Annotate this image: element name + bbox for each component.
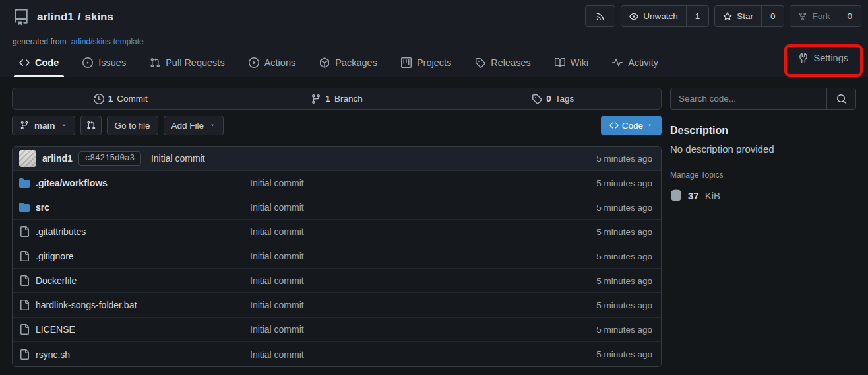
repo-header: arlind1 / skins generated from arlind/sk… (0, 0, 868, 77)
commit-message[interactable]: Initial commit (151, 153, 205, 164)
star-label: Star (737, 11, 753, 21)
table-row[interactable]: src Initial commit 5 minutes ago (13, 195, 661, 220)
branch-selector[interactable]: main (12, 116, 75, 135)
commit-author[interactable]: arlind1 (42, 153, 73, 164)
entry-commit-message[interactable]: Initial commit (250, 202, 596, 213)
entry-commit-message[interactable]: Initial commit (250, 178, 596, 188)
tab-issues[interactable]: Issues (75, 51, 133, 77)
unwatch-button[interactable]: Unwatch (621, 6, 686, 26)
search-icon (836, 94, 847, 104)
entry-commit-message[interactable]: Initial commit (250, 349, 596, 360)
table-row[interactable]: .gitea/workflows Initial commit 5 minute… (13, 171, 661, 195)
code-download-button[interactable]: Code (601, 116, 662, 135)
branches-label: Branch (334, 94, 363, 104)
entry-name[interactable]: .gitignore (36, 251, 74, 261)
table-row[interactable]: LICENSE Initial commit 5 minutes ago (13, 318, 661, 342)
search-input[interactable] (671, 88, 826, 109)
repo-content: 1 Commit 1 Branch 0 Tags main (12, 88, 662, 367)
tab-projects[interactable]: Projects (394, 51, 458, 77)
tab-code[interactable]: Code (12, 51, 66, 77)
entry-commit-message[interactable]: Initial commit (250, 300, 596, 310)
entry-name[interactable]: .gitea/workflows (36, 178, 108, 188)
tab-releases[interactable]: Releases (468, 51, 538, 77)
package-icon (319, 57, 330, 68)
star-count[interactable]: 0 (761, 6, 784, 26)
tab-activity[interactable]: Activity (605, 51, 666, 77)
repo-owner-link[interactable]: arlind1 (37, 11, 74, 24)
manage-topics-link[interactable]: Manage Topics (670, 170, 856, 180)
entry-commit-message[interactable]: Initial commit (250, 324, 596, 335)
entry-name[interactable]: .gitattributes (36, 226, 86, 237)
entry-commit-message[interactable]: Initial commit (250, 275, 596, 286)
add-file-button[interactable]: Add File (164, 116, 224, 135)
branches-stat[interactable]: 1 Branch (229, 88, 445, 109)
table-row[interactable]: .gitattributes Initial commit 5 minutes … (13, 220, 661, 244)
tab-wiki-label: Wiki (571, 57, 588, 68)
repo-name-link[interactable]: skins (84, 11, 113, 24)
commits-label: Commit (117, 94, 148, 104)
entry-name[interactable]: rsync.sh (36, 349, 70, 360)
chevron-down-icon (646, 121, 653, 131)
rss-button-group (585, 5, 615, 27)
entry-name[interactable]: LICENSE (36, 324, 75, 335)
commit-hash-badge[interactable]: c84215d0a3 (78, 151, 141, 166)
table-row[interactable]: Dockerfile Initial commit 5 minutes ago (13, 269, 661, 293)
file-icon (19, 349, 30, 360)
template-link[interactable]: arlind/skins-template (71, 37, 144, 46)
entry-time: 5 minutes ago (596, 252, 654, 261)
fork-button[interactable]: Fork (790, 6, 838, 26)
star-icon (723, 12, 732, 21)
repo-size-unit: KiB (705, 190, 720, 201)
tab-packages[interactable]: Packages (312, 51, 385, 77)
repo-icon (13, 9, 30, 26)
file-icon (19, 300, 30, 310)
repo-stats-bar: 1 Commit 1 Branch 0 Tags (12, 88, 662, 110)
tab-issues-label: Issues (98, 57, 126, 68)
compare-button[interactable] (80, 116, 102, 135)
entry-time: 5 minutes ago (596, 276, 654, 286)
entry-name[interactable]: src (36, 202, 49, 213)
star-button-group: Star 0 (714, 5, 784, 27)
tab-activity-label: Activity (628, 57, 658, 68)
rss-button[interactable] (586, 6, 615, 26)
entry-time: 5 minutes ago (596, 325, 654, 335)
history-icon (94, 94, 104, 104)
search-button[interactable] (826, 88, 855, 109)
settings-icon (798, 53, 809, 63)
fork-count[interactable]: 0 (838, 6, 861, 26)
tab-actions[interactable]: Actions (241, 51, 303, 77)
entry-time: 5 minutes ago (596, 178, 654, 188)
table-row[interactable]: hardlink-songs-folder.bat Initial commit… (13, 293, 661, 318)
file-icon (19, 226, 30, 237)
go-to-file-button[interactable]: Go to file (107, 116, 158, 135)
entry-commit-message[interactable]: Initial commit (250, 251, 596, 261)
tab-projects-label: Projects (417, 57, 451, 68)
tags-label: Tags (555, 94, 574, 104)
watch-button-group: Unwatch 1 (621, 5, 709, 27)
star-button[interactable]: Star (715, 6, 761, 26)
tab-releases-label: Releases (491, 57, 530, 68)
commits-stat[interactable]: 1 Commit (13, 88, 229, 109)
chevron-down-icon (61, 121, 67, 131)
folder-icon (19, 202, 30, 213)
tab-settings[interactable]: Settings (798, 53, 848, 63)
watch-count[interactable]: 1 (686, 6, 709, 26)
entry-time: 5 minutes ago (596, 300, 654, 310)
file-table: arlind1 c84215d0a3 Initial commit 5 minu… (12, 146, 662, 367)
chevron-down-icon (209, 121, 216, 131)
repo-size: 37 KiB (670, 189, 856, 201)
wiki-icon (555, 57, 565, 68)
tab-actions-label: Actions (264, 57, 296, 68)
tab-wiki[interactable]: Wiki (547, 51, 596, 77)
fork-label: Fork (812, 11, 830, 21)
entry-name[interactable]: Dockerfile (36, 275, 77, 286)
entry-commit-message[interactable]: Initial commit (250, 226, 596, 237)
tab-pull-requests[interactable]: Pull Requests (142, 51, 232, 77)
avatar[interactable] (19, 150, 36, 167)
entry-time: 5 minutes ago (596, 349, 654, 359)
entry-name[interactable]: hardlink-songs-folder.bat (36, 300, 137, 310)
table-row[interactable]: .gitignore Initial commit 5 minutes ago (13, 244, 661, 269)
repo-title: arlind1 / skins (13, 9, 113, 26)
tags-stat[interactable]: 0 Tags (445, 88, 661, 109)
table-row[interactable]: rsync.sh Initial commit 5 minutes ago (13, 342, 661, 366)
